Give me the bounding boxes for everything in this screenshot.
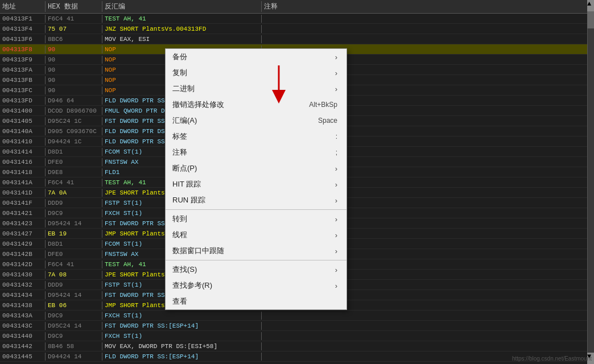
disasm-container: 地址 HEX 数据 反汇编 注释 004313F1 F6C4 41 TEST A… <box>0 0 594 364</box>
menu-shortcut: Alt+BkSp <box>309 101 337 109</box>
row-hex: F6C4 41 <box>46 179 102 187</box>
row-hex: D9E8 <box>46 168 102 176</box>
menu-label: 查找(S) <box>172 264 331 275</box>
row-hex: D95C24 1C <box>46 117 102 125</box>
row-hex: D94424 14 <box>46 353 102 361</box>
menu-arrow-icon: › <box>335 266 337 274</box>
row-hex: D95C24 14 <box>46 322 102 330</box>
row-addr: 0043141A <box>0 179 46 187</box>
row-addr: 00431445 <box>0 353 46 361</box>
menu-item-11[interactable]: 线程› <box>166 227 346 243</box>
row-disasm: MOV EAX, ESI <box>102 35 262 43</box>
row-addr: 00431432 <box>0 281 46 289</box>
menu-label: 注释 <box>172 147 324 158</box>
row-addr: 00431400 <box>0 107 46 115</box>
menu-item-12[interactable]: 数据窗口中跟随› <box>166 243 346 259</box>
row-addr: 004313FC <box>0 86 46 94</box>
menu-separator <box>166 209 346 210</box>
menu-arrow-icon: › <box>335 85 337 93</box>
menu-item-0[interactable]: 备份› <box>166 49 346 65</box>
menu-item-13[interactable]: 查找(S)› <box>166 262 346 278</box>
table-row[interactable]: 004313F4 75 07 JNZ SHORT PlantsVs.004313… <box>0 24 594 34</box>
row-hex: DCOD D8966700 <box>46 107 102 115</box>
scroll-thumb[interactable] <box>587 11 594 28</box>
row-hex: D9C9 <box>46 312 102 320</box>
menu-label: 查找参考(R) <box>172 280 331 291</box>
scroll-up-btn[interactable]: ▲ <box>587 0 594 11</box>
row-addr: 00431429 <box>0 240 46 248</box>
row-comment <box>262 325 594 326</box>
header-comment: 注释 <box>262 1 594 12</box>
menu-label: 断点(P) <box>172 163 331 173</box>
row-comment <box>262 315 594 316</box>
menu-item-10[interactable]: 转到› <box>166 211 346 227</box>
row-addr: 00431438 <box>0 301 46 309</box>
table-row[interactable]: 0043143C D95C24 14 FST DWORD PTR SS:[ESP… <box>0 321 594 331</box>
row-hex: 90 <box>46 56 102 64</box>
menu-arrow-icon: › <box>335 180 337 189</box>
row-hex: 7A 0A <box>46 189 102 197</box>
header-hex: HEX 数据 <box>46 1 102 12</box>
row-addr: 00431434 <box>0 291 46 299</box>
row-addr: 0043140A <box>0 127 46 135</box>
row-disasm: FLD DWORD PTR SS:[ESP+14] <box>102 353 262 361</box>
row-addr: 004313F9 <box>0 56 46 64</box>
row-hex: EB 06 <box>46 301 102 309</box>
row-hex: D946 64 <box>46 97 102 105</box>
table-row[interactable]: 00431445 D94424 14 FLD DWORD PTR SS:[ESP… <box>0 351 594 362</box>
row-disasm: MOV EAX, DWORD PTR DS:[ESI+58] <box>102 342 262 350</box>
row-addr: 00431414 <box>0 148 46 156</box>
row-addr: 004313F1 <box>0 15 46 23</box>
row-addr: 004313F4 <box>0 25 46 33</box>
menu-item-4[interactable]: 汇编(A)Space <box>166 113 346 129</box>
row-addr: 00431442 <box>0 342 46 350</box>
row-comment <box>262 28 594 30</box>
row-hex: DFE0 <box>46 250 102 258</box>
table-row[interactable]: 004313F6 8BC6 MOV EAX, ESI <box>0 34 594 44</box>
row-hex: DDD9 <box>46 199 102 207</box>
menu-item-9[interactable]: RUN 跟踪› <box>166 192 346 208</box>
row-addr: 0043141F <box>0 199 46 207</box>
menu-item-15[interactable]: 查看 <box>166 293 346 309</box>
menu-item-8[interactable]: HIT 跟踪› <box>166 176 346 192</box>
row-hex: D9C9 <box>46 332 102 340</box>
row-disasm: FXCH ST(1) <box>102 332 262 340</box>
menu-item-5[interactable]: 标签: <box>166 129 346 144</box>
row-addr: 00431427 <box>0 230 46 238</box>
menu-shortcut: Space <box>318 117 337 125</box>
menu-item-7[interactable]: 断点(P)› <box>166 160 346 176</box>
row-addr: 004313F6 <box>0 35 46 43</box>
row-addr: 00431410 <box>0 138 46 146</box>
menu-label: RUN 跟踪 <box>172 195 331 205</box>
menu-item-2[interactable]: 二进制› <box>166 81 346 97</box>
menu-arrow-icon: › <box>335 53 337 61</box>
menu-item-1[interactable]: 复制› <box>166 65 346 81</box>
row-addr: 00431416 <box>0 158 46 166</box>
scrollbar[interactable]: ▲ ▼ <box>587 0 594 364</box>
row-addr: 00431405 <box>0 117 46 125</box>
row-hex: 90 <box>46 66 102 74</box>
menu-label: 线程 <box>172 230 331 240</box>
watermark: https://blog.csdn.net/Eastmount <box>512 355 592 362</box>
row-addr: 00431440 <box>0 332 46 340</box>
row-hex: EB 19 <box>46 230 102 238</box>
menu-item-6[interactable]: 注释; <box>166 144 346 160</box>
table-row[interactable]: 0043143A D9C9 FXCH ST(1) <box>0 311 594 321</box>
row-hex: 90 <box>46 86 102 94</box>
row-addr: 004313FB <box>0 76 46 84</box>
row-disasm: FXCH ST(1) <box>102 312 262 320</box>
row-hex: 90 <box>46 76 102 84</box>
row-hex: D95424 14 <box>46 220 102 228</box>
menu-label: 复制 <box>172 68 331 78</box>
table-row[interactable]: 00431440 D9C9 FXCH ST(1) <box>0 331 594 341</box>
row-addr: 004313FD <box>0 97 46 105</box>
menu-item-14[interactable]: 查找参考(R)› <box>166 278 346 293</box>
menu-arrow-icon: › <box>335 69 337 77</box>
table-row[interactable]: 004313F1 F6C4 41 TEST AH, 41 <box>0 14 594 24</box>
menu-item-3[interactable]: 撤销选择处修改Alt+BkSp <box>166 97 346 113</box>
row-hex: 75 07 <box>46 25 102 33</box>
table-row[interactable]: 00431442 8B46 58 MOV EAX, DWORD PTR DS:[… <box>0 341 594 351</box>
row-hex: 90 <box>46 46 102 53</box>
row-hex: D95424 14 <box>46 291 102 299</box>
menu-arrow-icon: › <box>335 196 337 205</box>
